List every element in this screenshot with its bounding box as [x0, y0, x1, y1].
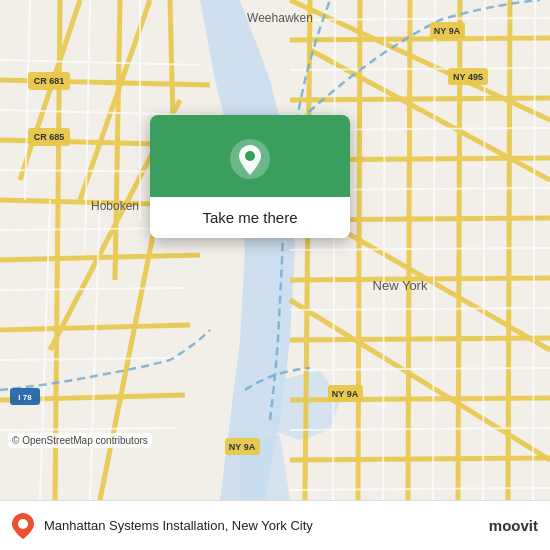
moovit-brand-text: moovit: [489, 517, 538, 534]
svg-line-31: [290, 38, 550, 40]
svg-text:Weehawken: Weehawken: [247, 11, 313, 25]
svg-text:NY 495: NY 495: [453, 72, 483, 82]
svg-line-38: [290, 458, 550, 460]
svg-line-30: [508, 0, 510, 500]
svg-text:New York: New York: [373, 278, 428, 293]
popup-green-area: [150, 115, 350, 197]
svg-text:I 78: I 78: [18, 393, 32, 402]
svg-text:NY 9A: NY 9A: [229, 442, 256, 452]
osm-attribution: © OpenStreetMap contributors: [8, 433, 152, 448]
moovit-pin-icon: [12, 513, 34, 539]
svg-text:NY 9A: NY 9A: [332, 389, 359, 399]
bottom-bar: Manhattan Systems Installation, New York…: [0, 500, 550, 550]
location-pin-icon: [228, 137, 272, 181]
svg-text:CR 685: CR 685: [34, 132, 65, 142]
svg-point-75: [245, 151, 255, 161]
destination-label: Manhattan Systems Installation, New York…: [44, 518, 489, 533]
moovit-logo: moovit: [489, 517, 538, 534]
map-container: CR 681 CR 685 NY 9A NY 495 NY 9A NY 9A I…: [0, 0, 550, 500]
attribution-text: © OpenStreetMap contributors: [12, 435, 148, 446]
svg-text:NY 9A: NY 9A: [434, 26, 461, 36]
svg-line-36: [290, 338, 550, 340]
popup-card: Take me there: [150, 115, 350, 238]
svg-text:Hoboken: Hoboken: [91, 199, 139, 213]
take-me-there-button[interactable]: Take me there: [150, 197, 350, 238]
svg-point-76: [18, 519, 28, 529]
svg-text:CR 681: CR 681: [34, 76, 65, 86]
